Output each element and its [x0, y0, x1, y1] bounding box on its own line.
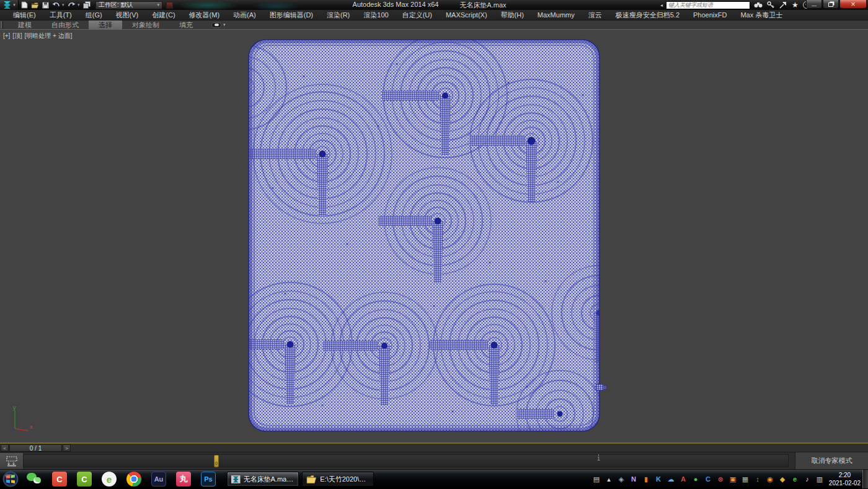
taskbar-window-3dsmax[interactable]: 无名床垫A.max -...	[227, 472, 299, 487]
viewport-top[interactable]: [+] [顶] [明暗处理 + 边面]	[0, 30, 868, 444]
ribbon-tab-freeform[interactable]: 自由形式	[42, 20, 89, 30]
tray-360-icon[interactable]: e	[790, 474, 800, 484]
favorites-button[interactable]: ★	[790, 1, 800, 9]
tray-alert-icon[interactable]: ⊗	[715, 474, 725, 484]
ribbon-tab-selection[interactable]: 选择	[89, 20, 122, 30]
subscription-button[interactable]	[766, 1, 775, 9]
mini-curve-editor-button[interactable]	[0, 453, 23, 469]
next-frame-button[interactable]: >	[63, 444, 71, 452]
track-bar[interactable]: 0 1	[23, 454, 789, 467]
taskbar-clock[interactable]: 2:20 2021-02-02	[829, 471, 861, 487]
tray-keyboard-icon[interactable]: ▤	[591, 474, 601, 484]
wechat-icon[interactable]	[26, 472, 42, 487]
tray-reader-icon[interactable]: A	[678, 474, 688, 484]
tray-wechat-icon[interactable]: ●	[691, 474, 701, 484]
ribbon-tab-populate[interactable]: 填充	[169, 20, 203, 30]
time-playhead[interactable]: 0	[214, 455, 219, 467]
camtasia-green-icon[interactable]: C	[77, 472, 92, 487]
menu-edit[interactable]: 编辑(E)	[6, 10, 43, 20]
open-file-button[interactable]	[30, 1, 40, 9]
ribbon-minimize-icon	[211, 22, 221, 28]
tray-storage-icon[interactable]: ▣	[728, 474, 738, 484]
menu-phoenixfd[interactable]: PhoenixFD	[686, 10, 733, 20]
menu-create[interactable]: 创建(C)	[145, 10, 182, 20]
tray-cloud-icon[interactable]: ☁	[666, 474, 676, 484]
restore-icon	[828, 2, 833, 7]
tray-usb-safe-icon[interactable]: ▦	[740, 474, 750, 484]
menu-rendering[interactable]: 渲染(R)	[320, 10, 356, 20]
menu-group[interactable]: 组(G)	[79, 10, 109, 20]
clock-date: 2021-02-02	[829, 479, 861, 487]
viewport-shading-menu[interactable]: [明暗处理 + 边面]	[25, 32, 73, 39]
start-button[interactable]	[0, 470, 21, 488]
search-input[interactable]	[666, 1, 750, 9]
mesh-edge-handle[interactable]	[596, 384, 606, 390]
new-file-button[interactable]	[20, 1, 29, 9]
project-folder-button[interactable]	[82, 1, 92, 9]
redo-caret-icon[interactable]: ▾	[78, 2, 81, 7]
tray-ime-icon[interactable]: N	[629, 474, 639, 484]
ribbon-tab-modeling[interactable]: 建模	[8, 20, 42, 30]
menu-customize[interactable]: 自定义(U)	[396, 10, 439, 20]
workspace-flag-icon[interactable]	[166, 2, 173, 9]
menu-views[interactable]: 视图(V)	[109, 10, 146, 20]
title-bar: ▾ ▾	[0, 0, 868, 10]
audition-icon[interactable]: Au	[151, 472, 166, 487]
photoshop-icon[interactable]: Ps	[201, 472, 216, 487]
chrome-icon[interactable]	[126, 472, 141, 487]
taskbar-window-explorer[interactable]: E:\天竹2020\无...	[302, 472, 374, 487]
tray-show-hidden-icon[interactable]: ▴	[604, 474, 614, 484]
menu-tools[interactable]: 工具(T)	[43, 10, 79, 20]
menu-modifiers[interactable]: 修改器(M)	[182, 10, 227, 20]
tray-netspeed-icon[interactable]: ↕	[753, 474, 763, 484]
show-desktop-button[interactable]	[862, 470, 868, 488]
infocenter-collapse-icon[interactable]: ◂	[660, 2, 663, 8]
tray-k-app-icon[interactable]: K	[653, 474, 663, 484]
minimize-button[interactable]: —	[806, 0, 822, 9]
viewport-pov-menu[interactable]: [顶]	[12, 32, 22, 39]
open-windows: 无名床垫A.max -... E:\天竹2020\无...	[227, 472, 374, 487]
menu-maxmummy[interactable]: MaxMummy	[531, 10, 582, 20]
browser-360-icon[interactable]: e	[102, 472, 117, 487]
menu-renderbus[interactable]: 渲云	[582, 10, 609, 20]
clock-time: 2:20	[829, 471, 861, 479]
communication-center-button[interactable]	[778, 1, 787, 9]
minimize-icon: —	[812, 2, 817, 8]
undo-caret-icon[interactable]: ▾	[62, 2, 66, 7]
ribbon-drag-handle[interactable]	[1, 21, 3, 29]
tray-security-icon[interactable]: C	[703, 474, 713, 484]
mattress-wireframe-mesh[interactable]	[248, 39, 606, 433]
close-button[interactable]: ×	[839, 0, 867, 9]
ribbon-minimize-button[interactable]: ▾	[211, 22, 226, 28]
workspace-dropdown[interactable]: 工作区: 默认 ▾	[95, 1, 162, 9]
tray-usb-icon[interactable]: ▮	[641, 474, 651, 484]
tray-utility-icon[interactable]: ◈	[616, 474, 626, 484]
menu-animation[interactable]: 动画(A)	[226, 10, 263, 20]
camtasia-red-icon[interactable]: C	[52, 472, 67, 487]
cancel-expert-mode-button[interactable]: 取消专家模式	[795, 452, 868, 469]
menu-help[interactable]: 帮助(H)	[494, 10, 531, 20]
binoculars-icon	[754, 2, 763, 8]
ribbon-tab-object-paint[interactable]: 对象绘制	[122, 20, 169, 30]
search-button[interactable]	[753, 1, 763, 9]
tray-volume-icon[interactable]: ♪	[802, 474, 812, 484]
tray-shield-icon[interactable]: ◆	[777, 474, 787, 484]
windows-start-icon	[2, 471, 19, 487]
tray-network-icon[interactable]: ▥	[815, 474, 825, 484]
tray-screenshot-icon[interactable]: ◉	[765, 474, 775, 484]
frame-counter[interactable]: 0 / 1	[9, 444, 62, 452]
viewport-general-menu[interactable]: [+]	[3, 32, 10, 39]
wan-app-icon[interactable]: 丸	[176, 472, 191, 487]
menu-slim-archive[interactable]: 极速瘦身安全归档5.2	[609, 10, 686, 20]
close-icon: ×	[851, 0, 855, 9]
max-logo-menu-button[interactable]: ▾	[0, 0, 19, 10]
menu-maxscript[interactable]: MAXScript(X)	[439, 10, 494, 20]
restore-button[interactable]	[823, 0, 839, 9]
undo-button[interactable]	[51, 1, 61, 9]
redo-button[interactable]	[67, 1, 76, 9]
menu-max-antivirus[interactable]: Max 杀毒卫士	[733, 10, 789, 20]
menu-graph-editors[interactable]: 图形编辑器(D)	[263, 10, 320, 20]
prev-frame-button[interactable]: <	[1, 444, 9, 452]
menu-render100[interactable]: 渲染100	[356, 10, 395, 20]
save-file-button[interactable]	[41, 1, 50, 9]
